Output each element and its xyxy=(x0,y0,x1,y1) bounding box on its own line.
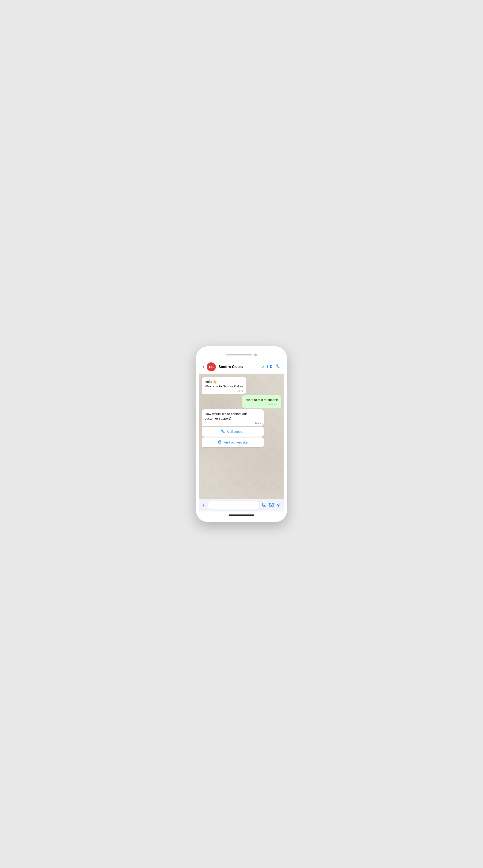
camera-button[interactable] xyxy=(269,502,274,508)
contact-avatar: SC xyxy=(207,362,216,371)
visit-website-icon xyxy=(218,440,222,445)
status-bar xyxy=(199,349,284,360)
message-incoming-1: Hello 👋Welcome to Sandra Cakes 12:01 xyxy=(202,377,246,394)
message-input[interactable] xyxy=(208,501,259,509)
home-indicator-bar xyxy=(199,512,284,519)
phone-frame: ‹ SC Sandra Cakes ✔ xyxy=(196,346,287,522)
message-incoming-2: How would like to contact our customer s… xyxy=(202,409,264,426)
svg-rect-5 xyxy=(278,503,279,505)
video-call-icon[interactable] xyxy=(267,364,272,369)
messages-list: Hello 👋Welcome to Sandra Cakes 12:01 I w… xyxy=(202,377,281,447)
message-time-3: 12:01 xyxy=(205,422,261,424)
home-bar-pill xyxy=(229,515,254,516)
visit-website-label: Visit our website xyxy=(224,440,248,444)
call-support-icon xyxy=(221,429,225,434)
message-text-2: I want to talk to support xyxy=(245,398,278,402)
verified-icon: ✔ xyxy=(262,365,265,369)
sticker-button[interactable] xyxy=(262,502,266,508)
svg-point-3 xyxy=(264,504,265,504)
notch-pill xyxy=(226,354,252,355)
header-action-icons xyxy=(267,364,280,369)
phone-screen: ‹ SC Sandra Cakes ✔ xyxy=(199,349,284,519)
message-time-1: 12:01 xyxy=(205,389,243,392)
svg-rect-0 xyxy=(267,365,271,368)
call-support-label: Call support xyxy=(227,430,244,433)
mic-button[interactable] xyxy=(277,502,281,508)
message-time-2: 12:01 ✓✓ xyxy=(245,403,278,406)
message-group-incoming-2: How would like to contact our customer s… xyxy=(202,409,264,447)
svg-point-2 xyxy=(263,504,264,504)
chat-header: ‹ SC Sandra Cakes ✔ xyxy=(199,360,284,374)
svg-point-4 xyxy=(271,504,272,505)
phone-call-icon[interactable] xyxy=(276,364,280,369)
message-text-3: How would like to contact our customer s… xyxy=(205,411,261,421)
visit-website-button[interactable]: Visit our website xyxy=(202,437,264,447)
svg-rect-1 xyxy=(262,503,266,506)
front-camera xyxy=(254,353,257,356)
message-outgoing-1: I want to talk to support 12:01 ✓✓ xyxy=(242,395,281,408)
message-input-bar: + xyxy=(199,499,284,512)
message-text-1: Hello 👋Welcome to Sandra Cakes xyxy=(205,379,243,389)
contact-name: Sandra Cakes xyxy=(218,365,259,369)
attach-plus-button[interactable]: + xyxy=(202,502,205,508)
back-button[interactable]: ‹ xyxy=(203,364,204,370)
call-support-button[interactable]: Call support xyxy=(202,427,264,437)
double-tick-icon: ✓✓ xyxy=(274,403,278,406)
chat-area: Hello 👋Welcome to Sandra Cakes 12:01 I w… xyxy=(199,374,284,499)
